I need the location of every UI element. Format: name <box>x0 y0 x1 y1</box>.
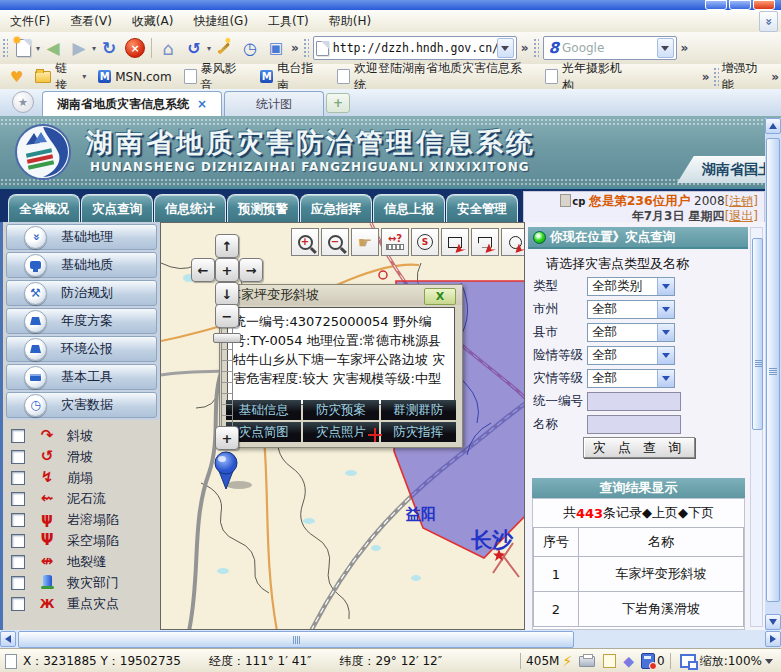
history-dropdown-icon[interactable]: ▾ <box>92 44 96 53</box>
resize-icon[interactable] <box>680 654 696 668</box>
nav-emergency-command[interactable]: 应急指挥 <box>300 194 372 223</box>
map-polygon-select-button[interactable] <box>471 228 499 256</box>
panel-scrollbar[interactable] <box>750 227 763 627</box>
map-rect-select-button[interactable] <box>441 228 469 256</box>
stop-button[interactable]: × <box>123 36 147 60</box>
menu-tools[interactable]: 工具(T) <box>258 11 319 32</box>
scroll-right-button[interactable] <box>765 631 781 647</box>
table-row[interactable]: 1 车家坪变形斜坡 <box>534 557 744 592</box>
searchbar-grip[interactable] <box>533 38 539 58</box>
collapse-toolbar-button[interactable]: » <box>759 11 778 32</box>
search-placeholder[interactable]: Google <box>562 41 657 55</box>
popup-close-button[interactable]: X <box>424 288 456 305</box>
map-select-rotate-button[interactable]: S <box>411 228 439 256</box>
new-tab-button[interactable]: + <box>326 93 350 113</box>
searchbar-overflow-icon[interactable]: » <box>679 41 691 55</box>
search-bar[interactable]: 8 Google <box>543 36 677 60</box>
url-text[interactable]: http://dzzh.hndh.gov.cn/gr <box>333 41 497 55</box>
scroll-left-button[interactable] <box>0 631 16 647</box>
map-viewport[interactable]: 益阳 长沙 + − ☛ ↔? S ↑ ← + → ↓ − + 车 <box>160 222 525 630</box>
note-icon[interactable] <box>603 654 616 668</box>
menu-help[interactable]: 帮助(H) <box>319 11 381 32</box>
popup-prevention-plan-button[interactable]: 防灾预案 <box>303 400 378 420</box>
tab-close-icon[interactable]: × <box>197 97 207 111</box>
tab-disaster-system[interactable]: 湖南省地质灾害信息系统 × <box>42 91 222 116</box>
pan-right-button[interactable]: → <box>239 258 263 282</box>
map-circle-select-button[interactable] <box>501 228 525 256</box>
new-page-dropdown-icon[interactable]: ▾ <box>36 44 40 53</box>
select-arrow-icon[interactable] <box>657 278 674 295</box>
favorites-heart-icon[interactable]: ♥ <box>10 68 23 86</box>
sidebar-item-prevention-plan[interactable]: ⚒防治规划 <box>6 280 157 306</box>
scroll-down-button[interactable] <box>765 614 781 630</box>
sidebar-item-basic-geography[interactable]: «基础地理 <box>6 224 157 250</box>
row-name[interactable]: 下岩角溪滑坡 <box>579 592 744 627</box>
home-button[interactable]: ⌂ <box>156 36 180 60</box>
table-row[interactable]: 2 下岩角溪滑坡 <box>534 592 744 627</box>
url-dropdown-button[interactable] <box>497 38 514 58</box>
pan-center-button[interactable]: + <box>215 258 239 282</box>
nav-info-statistics[interactable]: 信息统计 <box>154 194 226 223</box>
panel-scrollbar-thumb[interactable] <box>752 238 763 430</box>
history-button[interactable]: ◷ <box>238 36 262 60</box>
menu-file[interactable]: 文件(F) <box>0 11 60 32</box>
bookmark-msn[interactable]: M MSN.com <box>98 70 171 84</box>
popup-command-button[interactable]: 防灾指挥 <box>381 422 456 442</box>
tab-star-button[interactable]: ★ <box>12 91 34 113</box>
zoom-slider-handle[interactable] <box>213 333 241 343</box>
disaster-level-select[interactable]: 全部 <box>587 369 675 388</box>
layer-checkbox[interactable] <box>11 513 25 527</box>
city-select[interactable]: 全部 <box>587 300 675 319</box>
map-measure-button[interactable]: ↔? <box>381 228 409 256</box>
nav-disaster-query[interactable]: 灾点查询 <box>81 194 153 223</box>
forward-button[interactable]: ▶ <box>67 36 91 60</box>
next-page-link[interactable]: ◆下页 <box>678 504 714 522</box>
undo-button[interactable]: ↺ <box>182 36 206 60</box>
nav-province-overview[interactable]: 全省概况 <box>8 194 80 223</box>
magic-fill-button[interactable] <box>212 36 236 60</box>
nav-info-report[interactable]: 信息上报 <box>373 194 445 223</box>
zoom-level[interactable]: 缩放:100% <box>700 653 762 670</box>
address-bar[interactable]: http://dzzh.hndh.gov.cn/gr <box>313 36 517 60</box>
tab-statistics[interactable]: 统计图 <box>224 91 324 116</box>
nav-security-management[interactable]: 安全管理 <box>446 194 518 223</box>
select-arrow-icon[interactable] <box>657 324 674 341</box>
layer-checkbox[interactable] <box>11 534 25 548</box>
zoom-dropdown-icon[interactable] <box>765 659 773 668</box>
menu-quickgroup[interactable]: 快捷组(G) <box>183 11 258 32</box>
select-arrow-icon[interactable] <box>657 301 674 318</box>
window-titlebar[interactable] <box>0 0 781 10</box>
sidebar-item-disaster-data[interactable]: ◷灾害数据 <box>6 392 157 418</box>
addressbar-grip[interactable] <box>303 38 309 58</box>
unified-id-input[interactable] <box>587 392 681 411</box>
menu-favorites[interactable]: 收藏(A) <box>122 11 184 32</box>
back-button[interactable]: ◀ <box>41 36 65 60</box>
nav-forecast-warning[interactable]: 预测预警 <box>227 194 299 223</box>
lightning-icon[interactable]: ⚡ <box>562 653 572 669</box>
window-list-button[interactable]: ▣ <box>264 36 288 60</box>
maximize-button[interactable] <box>729 0 751 10</box>
addressbar-overflow-icon[interactable]: » <box>519 41 531 55</box>
diamond-icon[interactable]: ◆ <box>623 653 634 669</box>
toolbar-grip[interactable] <box>2 38 8 58</box>
horizontal-scrollbar[interactable] <box>0 630 781 648</box>
layer-checkbox[interactable] <box>11 555 25 569</box>
layer-checkbox[interactable] <box>11 492 25 506</box>
page-scrollbar-thumb[interactable] <box>766 138 780 602</box>
close-button[interactable] <box>753 0 775 10</box>
select-arrow-icon[interactable] <box>657 347 674 364</box>
map-pan-button[interactable]: ☛ <box>351 228 379 256</box>
enhance-overflow-icon[interactable]: » <box>769 70 781 84</box>
menu-view[interactable]: 查看(V) <box>60 11 122 32</box>
printer-icon[interactable] <box>579 656 595 667</box>
county-select[interactable]: 全部 <box>587 323 675 342</box>
sidebar-item-environment-bulletin[interactable]: 环境公报 <box>6 336 157 362</box>
pan-up-button[interactable]: ↑ <box>215 234 239 258</box>
refresh-button[interactable]: ↻ <box>97 36 121 60</box>
name-input[interactable] <box>587 415 681 434</box>
layer-checkbox[interactable] <box>11 471 25 485</box>
prev-page-link[interactable]: ◆上页 <box>642 504 678 522</box>
search-dropdown-button[interactable] <box>657 38 674 58</box>
popup-group-monitoring-button[interactable]: 群测群防 <box>381 400 456 420</box>
sidebar-item-basic-geology[interactable]: 基础地质 <box>6 252 157 278</box>
